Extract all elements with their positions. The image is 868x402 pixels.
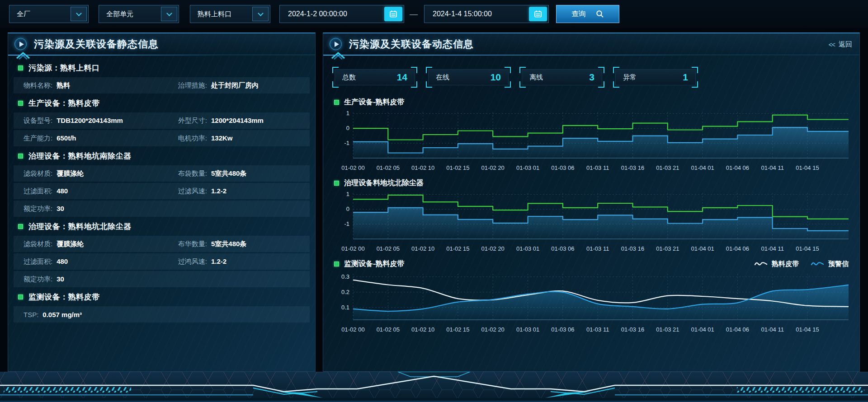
- svg-text:01-04 01: 01-04 01: [691, 245, 714, 252]
- legend-item-material-belt[interactable]: 熟料皮带: [754, 260, 799, 268]
- svg-text:01-04 15: 01-04 15: [796, 245, 819, 252]
- date-range-separator: —: [410, 9, 418, 19]
- svg-text:01-04 01: 01-04 01: [691, 164, 714, 171]
- stat-total: 总数 14: [332, 67, 417, 88]
- svg-text:01-02 00: 01-02 00: [341, 164, 364, 171]
- chart-treatment-equipment: 治理设备料地坑北除尘器 10-101-02 0001-02 0501-02 10…: [332, 176, 851, 255]
- green-square-icon: [18, 294, 23, 299]
- svg-text:01-02 05: 01-02 05: [377, 164, 400, 171]
- dynamic-info-title: 污染源及关联设备动态信息: [349, 37, 474, 51]
- svg-text:01-03 01: 01-03 01: [516, 245, 539, 252]
- svg-text:01-03 16: 01-03 16: [621, 245, 644, 252]
- filter-toolbar: 全厂 全部单元 熟料上料口 2024-1-2 00:00:00 — 2024-1…: [0, 0, 868, 28]
- svg-text:01-02 20: 01-02 20: [481, 245, 505, 252]
- step-chart: 10-101-02 0001-02 0501-02 1001-02 1501-0…: [332, 190, 852, 255]
- stat-offline: 离线 3: [519, 67, 604, 88]
- svg-text:01-03 11: 01-03 11: [586, 326, 609, 333]
- kv-row: 滤袋材质:覆膜涤纶 布华数量:5室共480条: [14, 236, 310, 252]
- green-square-icon: [18, 224, 23, 229]
- stat-online: 在线 10: [426, 67, 511, 88]
- chart-title: 监测设备-熟料皮带: [344, 259, 404, 269]
- chevron-down-icon[interactable]: [161, 7, 177, 21]
- legend-item-warning[interactable]: 预警信: [811, 260, 849, 268]
- calendar-icon[interactable]: [529, 7, 547, 21]
- svg-text:01-03 01: 01-03 01: [516, 326, 539, 333]
- device-stats-row: 总数 14 在线 10 离线 3 异常 1: [323, 55, 859, 88]
- svg-text:01-02 15: 01-02 15: [446, 164, 469, 171]
- svg-text:01-03 21: 01-03 21: [656, 164, 679, 171]
- section-pollution-source: 污染源：熟料上料口: [14, 60, 310, 76]
- query-button[interactable]: 查询: [556, 5, 619, 23]
- wave-line-icon: [811, 261, 824, 266]
- svg-text:01-03 21: 01-03 21: [656, 245, 679, 252]
- line-chart: 0.30.20.101-02 0001-02 0501-02 1001-02 1…: [332, 271, 852, 336]
- svg-text:1: 1: [346, 191, 349, 197]
- green-square-icon: [18, 101, 23, 106]
- svg-text:0: 0: [346, 206, 349, 212]
- plant-select-value: 全厂: [17, 10, 30, 19]
- kv-row: 过滤面积:480 过鸿风速:1.2-2: [14, 253, 310, 270]
- back-arrows-icon: <<: [829, 41, 835, 48]
- footer-tech-band: [0, 372, 868, 402]
- svg-text:01-04 11: 01-04 11: [761, 245, 784, 252]
- svg-text:0.2: 0.2: [341, 289, 349, 295]
- back-button-label: 返回: [839, 40, 852, 49]
- svg-text:01-03 21: 01-03 21: [656, 326, 679, 333]
- play-icon: [330, 38, 342, 50]
- svg-text:01-03 01: 01-03 01: [516, 164, 539, 171]
- svg-text:01-02 10: 01-02 10: [411, 326, 434, 333]
- svg-text:1: 1: [346, 110, 349, 117]
- chart-legend: 熟料皮带 预警信: [754, 260, 851, 268]
- chart-production-equipment: 生产设备-熟料皮带 10-101-02 0001-02 0501-02 1001…: [332, 95, 851, 174]
- step-chart: 10-101-02 0001-02 0501-02 1001-02 1501-0…: [332, 109, 852, 174]
- svg-text:01-04 15: 01-04 15: [796, 326, 819, 333]
- kv-row: 生产能力:650t/h 电机功率:132Kw: [14, 130, 310, 146]
- svg-text:01-03 06: 01-03 06: [551, 245, 574, 252]
- calendar-icon[interactable]: [384, 7, 402, 21]
- chart-title: 生产设备-熟料皮带: [344, 98, 404, 107]
- unit-select-value: 全部单元: [106, 10, 133, 19]
- section-production-equipment: 生产设备：熟料皮带: [14, 95, 310, 111]
- svg-text:01-04 06: 01-04 06: [726, 164, 749, 171]
- svg-text:01-02 20: 01-02 20: [481, 164, 505, 171]
- point-select[interactable]: 熟料上料口: [190, 5, 270, 23]
- svg-text:0.3: 0.3: [341, 273, 349, 280]
- green-square-icon: [334, 100, 339, 105]
- static-info-header: 污染源及关联设备静态信息: [8, 33, 315, 55]
- green-square-icon: [18, 154, 23, 159]
- svg-text:01-03 16: 01-03 16: [621, 326, 644, 333]
- kv-row: 过滤面积:480 过滤风速:1.2-2: [14, 183, 310, 199]
- unit-select[interactable]: 全部单元: [99, 5, 179, 23]
- date-from-input[interactable]: 2024-1-2 00:00:00: [279, 5, 404, 23]
- svg-text:01-03 11: 01-03 11: [586, 245, 609, 252]
- chevron-down-icon[interactable]: [252, 7, 269, 21]
- play-icon: [14, 38, 27, 50]
- stat-abnormal: 异常 1: [613, 67, 698, 88]
- section-treatment-equipment-north: 治理设备：熟料地坑北除尘器: [14, 218, 310, 234]
- svg-text:01-03 16: 01-03 16: [621, 164, 644, 171]
- svg-text:01-02 10: 01-02 10: [411, 245, 434, 252]
- back-button[interactable]: << 返回: [829, 40, 852, 49]
- svg-text:01-04 06: 01-04 06: [726, 245, 749, 252]
- search-icon: [596, 10, 604, 18]
- svg-text:01-02 20: 01-02 20: [481, 326, 505, 333]
- plant-select[interactable]: 全厂: [9, 5, 89, 23]
- chart-title: 治理设备料地坑北除尘器: [344, 178, 424, 188]
- dynamic-info-panel: 污染源及关联设备动态信息 << 返回 总数 14 在线 10 离线 3: [323, 33, 860, 372]
- date-to-input[interactable]: 2024-1-4 15:00:00: [424, 5, 549, 23]
- kv-row: 设备型号:TDB1200*204143mm 外型尺寸:1200*204143mm: [14, 112, 310, 129]
- svg-text:-1: -1: [344, 220, 349, 227]
- kv-row: 滤袋材质:覆膜涤纶 布袋数量:5室共480条: [14, 165, 310, 182]
- date-to-value: 2024-1-4 15:00:00: [433, 10, 492, 18]
- svg-text:0: 0: [346, 125, 349, 131]
- footer-decoration: [0, 372, 868, 402]
- static-info-panel: 污染源及关联设备静态信息 污染源：熟料上料口 物料名称:熟料 治理措施:处于封闭…: [8, 33, 316, 372]
- green-square-icon: [334, 262, 339, 266]
- green-square-icon: [18, 65, 23, 70]
- static-info-body: 污染源：熟料上料口 物料名称:熟料 治理措施:处于封闭厂房内 生产设备：熟料皮带…: [8, 55, 315, 323]
- svg-text:01-02 00: 01-02 00: [341, 326, 364, 333]
- svg-text:01-02 15: 01-02 15: [446, 245, 469, 252]
- chevron-down-icon[interactable]: [71, 7, 87, 21]
- svg-text:01-02 10: 01-02 10: [411, 164, 434, 171]
- chevron-up-decoration: [330, 51, 346, 60]
